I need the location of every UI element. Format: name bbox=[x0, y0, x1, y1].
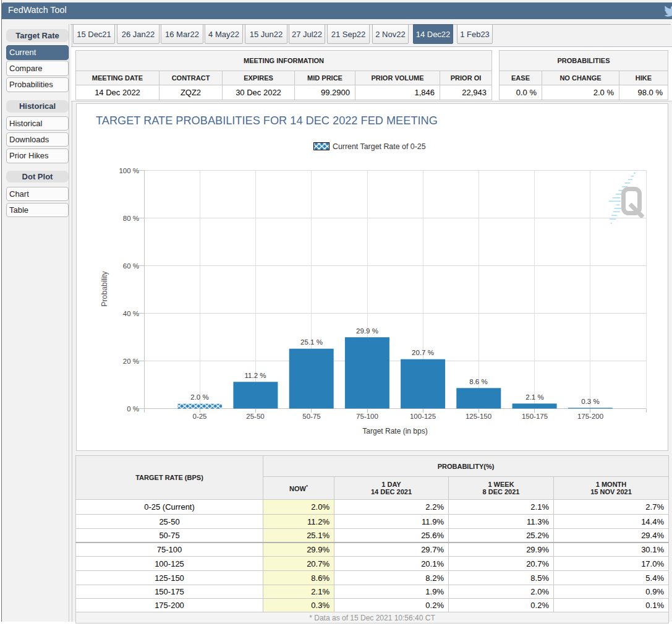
svg-text:20 %: 20 % bbox=[123, 358, 139, 365]
svg-text:0.3 %: 0.3 % bbox=[581, 398, 599, 405]
svg-text:29.9 %: 29.9 % bbox=[356, 327, 378, 335]
svg-text:40 %: 40 % bbox=[123, 310, 139, 317]
svg-text:60 %: 60 % bbox=[123, 262, 139, 270]
svg-text:11.2 %: 11.2 % bbox=[245, 372, 266, 379]
svg-text:125-150: 125-150 bbox=[466, 413, 491, 420]
svg-text:8.6 %: 8.6 % bbox=[469, 378, 487, 385]
svg-text:175-200: 175-200 bbox=[577, 413, 603, 420]
svg-text:2.1 %: 2.1 % bbox=[525, 393, 543, 401]
svg-text:25-50: 25-50 bbox=[246, 413, 264, 420]
svg-text:100 %: 100 % bbox=[119, 167, 139, 174]
svg-text:0-25: 0-25 bbox=[192, 413, 206, 420]
svg-text:25.1 %: 25.1 % bbox=[300, 338, 323, 346]
svg-text:150-175: 150-175 bbox=[522, 413, 548, 420]
svg-text:Probability: Probability bbox=[100, 270, 109, 306]
svg-text:80 %: 80 % bbox=[123, 215, 139, 222]
svg-text:2.0 %: 2.0 % bbox=[190, 393, 208, 401]
svg-text:TARGET RATE PROBABILITIES FOR: TARGET RATE PROBABILITIES FOR 14 DEC 202… bbox=[96, 114, 438, 127]
svg-text:Current Target Rate of 0-25: Current Target Rate of 0-25 bbox=[333, 142, 426, 151]
svg-text:100-125: 100-125 bbox=[410, 413, 436, 420]
svg-text:20.7 %: 20.7 % bbox=[412, 349, 434, 356]
svg-text:0 %: 0 % bbox=[127, 405, 139, 413]
svg-text:75-100: 75-100 bbox=[356, 413, 378, 420]
svg-text:Target Rate (in bps): Target Rate (in bps) bbox=[362, 427, 427, 435]
svg-text:50-75: 50-75 bbox=[302, 413, 320, 420]
